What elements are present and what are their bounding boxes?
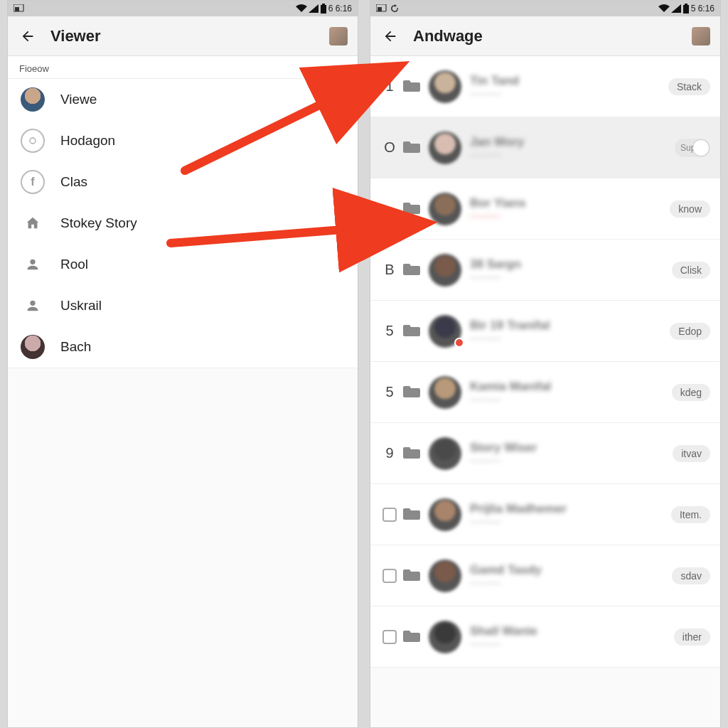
menu-item[interactable]: Bach [8,326,358,368]
rank-row[interactable]: B38 Sargn––––––Clisk [370,240,720,301]
user-avatar [429,193,461,225]
rank-number [382,569,397,583]
user-avatar [429,498,461,531]
phone-left: 6 6:16 Viewer Fioeow VieweHodagonfClasSt… [7,0,358,728]
rank-number [382,630,397,644]
menu-item-icon [21,252,45,277]
folder-icon [403,445,423,462]
svg-rect-3 [322,4,325,5]
menu-item-icon [21,87,45,112]
user-avatar [429,560,461,592]
rank-number: 5 [380,323,399,339]
status-bar: 5 6:16 [370,1,720,16]
svg-rect-2 [321,5,326,14]
app-header-right: Andwage [370,16,720,56]
back-button[interactable] [18,26,38,46]
back-button[interactable] [380,26,400,46]
menu-item-label: Stokey Story [60,215,137,231]
toggle-switch[interactable]: Sup [675,139,710,157]
menu-item[interactable]: Uskrail [8,285,358,326]
menu-item[interactable]: Rool [8,244,358,285]
rank-number: 9 [380,445,399,461]
profile-avatar[interactable] [329,27,348,46]
rank-row[interactable]: 1Tin Tand––––––Stack [370,56,720,117]
svg-point-4 [30,138,36,144]
rank-row[interactable]: Bor Yians––––––know [370,178,720,240]
rank-number: 5 [380,384,399,400]
menu-item[interactable]: Viewe [8,79,358,120]
user-avatar [429,70,461,103]
rank-row[interactable]: Shall Wanie––––––ither [370,606,720,668]
user-avatar [429,376,461,409]
profile-avatar[interactable] [692,27,710,46]
action-pill[interactable]: Edop [670,323,710,340]
rank-list: 1Tin Tand––––––StackOJan Wory––––––SupBo… [370,56,720,668]
rank-row[interactable]: Prijlia Madhemer––––––Item. [370,484,720,545]
menu-item-label: Clas [60,174,87,190]
battery-icon [682,4,690,14]
rank-row[interactable]: Gamd Tasdy––––––sdav [370,545,720,606]
action-pill[interactable]: know [670,200,710,218]
signal-icon [309,4,318,13]
folder-icon [403,139,423,156]
rank-number: O [380,139,399,156]
user-name-block: 38 Sargn–––––– [470,257,672,283]
folder-icon [403,323,423,340]
rank-number [382,508,397,522]
menu-item[interactable]: Hodagon [8,120,358,161]
menu-list: VieweHodagonfClasStokey StoryRoolUskrail… [8,79,358,368]
menu-item-icon [21,335,45,359]
menu-item-label: Viewe [60,92,97,107]
folder-icon [403,78,423,95]
user-avatar [429,621,461,653]
svg-rect-6 [378,7,382,11]
svg-rect-7 [683,5,689,14]
folder-icon [403,506,423,523]
battery-icon [320,4,327,14]
rank-row[interactable]: OJan Wory––––––Sup [370,117,720,178]
action-pill[interactable]: kdeg [672,384,710,401]
action-pill[interactable]: Clisk [672,262,710,279]
user-name-block: Prijlia Madhemer–––––– [470,502,671,528]
signal-icon [671,4,681,13]
cast-icon [376,4,387,13]
folder-icon [403,262,423,279]
menu-item[interactable]: Stokey Story [8,203,358,244]
action-pill[interactable]: sdav [672,567,710,584]
action-pill[interactable]: Stack [668,78,710,95]
user-name-block: Kamia Manifal–––––– [470,380,672,405]
refresh-icon [390,4,399,13]
rank-row[interactable]: 5Kamia Manifal––––––kdeg [370,362,720,423]
status-time: 5 6:16 [691,4,714,14]
notification-badge [454,338,464,348]
rank-row[interactable]: 9Story Wiser––––––itvav [370,423,720,484]
user-name-block: Bir 19 Tranifal–––––– [470,318,670,344]
menu-item[interactable]: fClas [8,161,358,203]
status-time: 6 6:16 [328,4,352,14]
action-pill[interactable]: ither [674,628,710,646]
menu-item-icon [21,129,45,153]
user-name-block: Story Wiser–––––– [470,441,673,466]
folder-icon [403,567,423,584]
menu-item-icon: f [21,170,45,194]
menu-item-label: Hodagon [60,133,115,149]
section-label: Fioeow [8,56,358,79]
action-pill[interactable]: itvav [673,445,710,462]
menu-item-label: Rool [60,257,88,272]
rank-number: 1 [380,78,399,95]
page-title: Viewer [50,27,329,46]
app-header-left: Viewer [8,16,358,56]
user-name-block: Tin Tand–––––– [470,74,668,100]
wifi-icon [296,4,307,13]
wifi-icon [658,4,670,13]
user-avatar [429,132,461,164]
user-avatar [429,254,461,287]
menu-item-label: Bach [60,339,91,355]
folder-icon [403,200,423,218]
user-name-block: Gamd Tasdy–––––– [470,563,672,589]
action-pill[interactable]: Item. [671,506,710,523]
folder-icon [403,384,423,401]
rank-row[interactable]: 5Bir 19 Tranifal––––––Edop [370,301,720,362]
folder-icon [403,628,423,646]
svg-rect-8 [685,4,687,5]
